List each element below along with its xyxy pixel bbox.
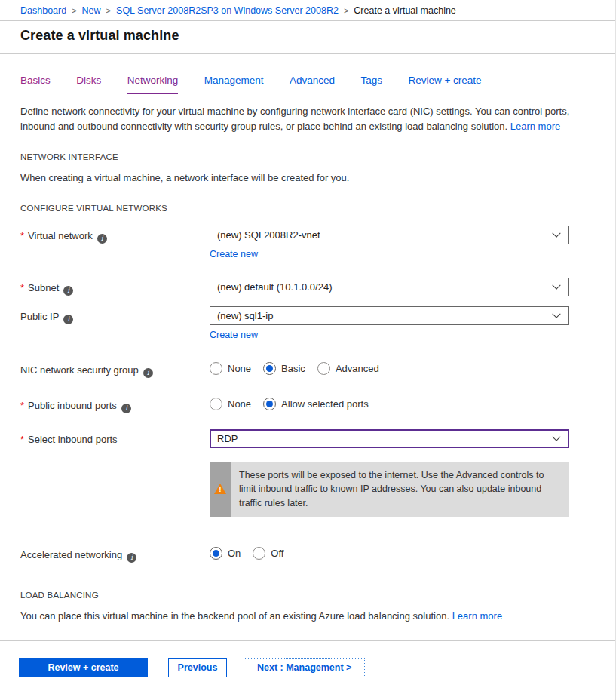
radio-label: Advanced: [336, 363, 379, 374]
info-icon[interactable]: [143, 368, 153, 378]
info-icon[interactable]: [63, 286, 73, 296]
subnet-value: (new) default (10.1.0.0/24): [217, 281, 332, 293]
subnet-label-text: Subnet: [28, 282, 59, 293]
public-inbound-ports-row: *Public inbound ports None Allow selecte…: [20, 395, 580, 413]
info-icon[interactable]: [97, 234, 107, 244]
tab-advanced[interactable]: Advanced: [290, 75, 335, 93]
public-inbound-ports-label-text: Public inbound ports: [28, 400, 117, 411]
breadcrumb-sql-server-offer[interactable]: SQL Server 2008R2SP3 on Windows Server 2…: [116, 5, 339, 16]
breadcrumb: Dashboard > New > SQL Server 2008R2SP3 o…: [0, 0, 615, 20]
public-ip-value: (new) sql1-ip: [217, 310, 273, 321]
load-balancing-description-text: You can place this virtual machine in th…: [20, 610, 449, 622]
nic-nsg-label-text: NIC network security group: [20, 364, 139, 376]
public-inbound-ports-radio-group: None Allow selected ports: [210, 395, 569, 410]
subnet-row: *Subnet (new) default (10.1.0.0/24): [20, 278, 580, 296]
section-configure-virtual-networks-heading: CONFIGURE VIRTUAL NETWORKS: [20, 204, 580, 213]
breadcrumb-separator: >: [72, 6, 76, 15]
radio-nic-nsg-basic[interactable]: Basic: [263, 362, 305, 375]
breadcrumb-dashboard[interactable]: Dashboard: [20, 5, 66, 16]
select-inbound-ports-label-text: Select inbound ports: [28, 434, 118, 445]
public-ip-label: Public IP: [20, 306, 210, 324]
accelerated-networking-label: Accelerated networking: [20, 545, 210, 563]
inbound-ports-warning: These ports will be exposed to the inter…: [210, 462, 569, 516]
radio-icon: [210, 547, 222, 560]
required-asterisk: *: [20, 230, 24, 241]
radio-label: Basic: [281, 363, 305, 374]
radio-label: None: [228, 398, 251, 410]
tab-disks[interactable]: Disks: [76, 75, 101, 93]
select-inbound-ports-row: *Select inbound ports RDP: [20, 429, 580, 448]
accelerated-networking-radio-group: On Off: [210, 545, 569, 560]
previous-button[interactable]: Previous: [168, 658, 227, 677]
public-ip-row: Public IP (new) sql1-ip Create new: [20, 306, 580, 341]
radio-icon: [210, 362, 222, 375]
radio-nic-nsg-advanced[interactable]: Advanced: [317, 362, 379, 375]
tab-networking[interactable]: Networking: [127, 75, 179, 94]
required-asterisk: *: [20, 400, 24, 411]
select-inbound-ports-value: RDP: [217, 433, 238, 444]
section-load-balancing-heading: LOAD BALANCING: [20, 591, 580, 600]
virtual-network-row: *Virtual network (new) SQL2008R2-vnet Cr…: [20, 226, 580, 260]
virtual-network-create-new-link[interactable]: Create new: [210, 249, 258, 259]
tab-management[interactable]: Management: [204, 75, 264, 93]
select-inbound-ports-label: *Select inbound ports: [20, 429, 210, 447]
radio-accelerated-on[interactable]: On: [210, 547, 241, 560]
learn-more-link[interactable]: Learn more: [510, 121, 560, 132]
load-balancing-learn-more-link[interactable]: Learn more: [452, 610, 502, 622]
warning-text: These ports will be exposed to the inter…: [231, 462, 569, 516]
load-balancing-description: You can place this virtual machine in th…: [20, 610, 580, 622]
title-bar: Create a virtual machine: [0, 20, 615, 54]
virtual-network-dropdown[interactable]: (new) SQL2008R2-vnet: [210, 226, 569, 244]
networking-tab-content: Basics Disks Networking Management Advan…: [0, 54, 615, 640]
info-icon[interactable]: [121, 404, 131, 413]
section-network-interface-heading: NETWORK INTERFACE: [20, 152, 580, 161]
radio-inbound-none[interactable]: None: [210, 398, 251, 410]
page-title: Create a virtual machine: [20, 28, 615, 44]
required-asterisk: *: [20, 282, 24, 293]
warning-icon-strip: [210, 462, 231, 516]
tab-tags[interactable]: Tags: [360, 75, 382, 93]
subnet-label: *Subnet: [20, 278, 210, 296]
radio-label: Allow selected ports: [281, 398, 369, 410]
radio-label: On: [228, 548, 241, 559]
info-icon[interactable]: [127, 553, 136, 563]
review-create-button[interactable]: Review + create: [19, 658, 148, 677]
radio-label: None: [228, 363, 251, 374]
radio-inbound-allow-selected[interactable]: Allow selected ports: [263, 398, 369, 410]
radio-icon: [253, 547, 265, 560]
radio-icon: [317, 362, 330, 375]
accelerated-networking-label-text: Accelerated networking: [20, 549, 122, 560]
breadcrumb-separator: >: [344, 6, 348, 15]
chevron-down-icon: [552, 432, 560, 441]
nic-nsg-radio-group: None Basic Advanced: [210, 360, 569, 375]
subnet-dropdown[interactable]: (new) default (10.1.0.0/24): [210, 278, 569, 296]
select-inbound-ports-dropdown[interactable]: RDP: [210, 429, 569, 448]
nic-nsg-label: NIC network security group: [20, 360, 210, 378]
inbound-ports-warning-row: These ports will be exposed to the inter…: [20, 462, 580, 516]
accelerated-networking-row: Accelerated networking On Off: [20, 545, 580, 563]
tab-description-text: Define network connectivity for your vir…: [20, 106, 569, 132]
nic-nsg-row: NIC network security group None Basic Ad…: [20, 360, 580, 378]
public-ip-dropdown[interactable]: (new) sql1-ip: [210, 306, 569, 325]
radio-nic-nsg-none[interactable]: None: [210, 362, 251, 375]
chevron-down-icon: [552, 281, 560, 289]
tab-description: Define network connectivity for your vir…: [20, 104, 580, 134]
radio-icon: [263, 362, 276, 375]
radio-accelerated-off[interactable]: Off: [253, 547, 283, 560]
public-ip-create-new-link[interactable]: Create new: [210, 330, 258, 340]
next-management-button[interactable]: Next : Management >: [244, 658, 365, 677]
radio-label: Off: [271, 548, 283, 559]
chevron-down-icon: [552, 309, 560, 318]
tab-basics[interactable]: Basics: [20, 75, 51, 93]
tab-review-create[interactable]: Review + create: [408, 75, 481, 93]
breadcrumb-separator: >: [106, 6, 111, 15]
warning-triangle-icon: [214, 484, 226, 494]
breadcrumb-new[interactable]: New: [82, 5, 101, 16]
wizard-tabs: Basics Disks Networking Management Advan…: [20, 73, 580, 94]
network-interface-description: When creating a virtual machine, a netwo…: [20, 172, 580, 183]
radio-icon: [210, 398, 222, 410]
info-icon[interactable]: [63, 315, 73, 324]
breadcrumb-current: Create a virtual machine: [354, 5, 455, 16]
wizard-footer: Review + create Previous Next : Manageme…: [0, 640, 615, 700]
radio-icon: [263, 398, 276, 410]
